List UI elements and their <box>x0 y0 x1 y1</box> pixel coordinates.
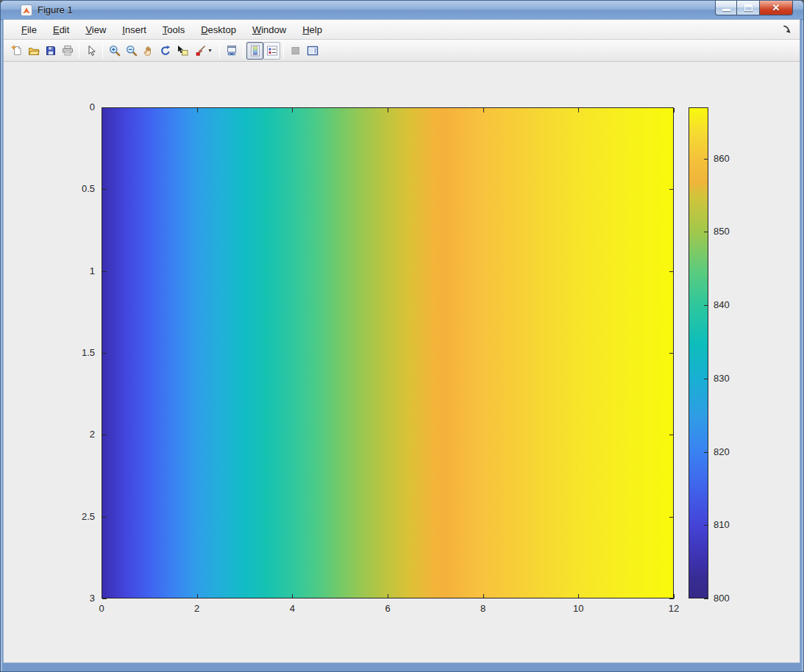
edit-plot-button[interactable] <box>82 42 99 60</box>
y-tick-label: 2 <box>60 429 95 440</box>
pan-icon <box>143 45 154 57</box>
x-tick-label: 2 <box>182 603 212 615</box>
colorbar-tickmark <box>704 232 708 232</box>
window-controls: ✕ <box>715 1 793 15</box>
x-tickmark <box>388 594 388 598</box>
close-icon: ✕ <box>772 1 780 15</box>
y-tickmark <box>669 435 674 435</box>
x-tickmark <box>674 108 675 112</box>
toolbar-separator <box>79 43 79 59</box>
dropdown-caret-icon[interactable]: ▾ <box>208 47 211 54</box>
insert-colorbar-button[interactable] <box>246 42 263 60</box>
close-button[interactable]: ✕ <box>759 1 793 15</box>
save-figure-icon <box>45 45 57 57</box>
colorbar-tickmark <box>704 379 708 379</box>
save-figure-button[interactable] <box>42 42 59 60</box>
colorbar-tick-label: 850 <box>714 226 743 237</box>
x-tick-label: 4 <box>277 603 307 615</box>
y-tickmark <box>669 517 674 518</box>
y-tickmark <box>102 517 107 518</box>
link-plot-icon <box>226 45 238 57</box>
toolbar-separator <box>219 43 220 59</box>
x-tickmark <box>388 108 388 112</box>
menu-edit[interactable]: Edit <box>47 22 75 37</box>
x-tickmark <box>102 108 102 112</box>
data-cursor-icon <box>177 45 188 57</box>
zoom-in-button[interactable] <box>106 42 123 60</box>
menu-insert[interactable]: Insert <box>116 22 152 37</box>
x-tickmark <box>197 108 198 112</box>
menu-file[interactable]: File <box>15 22 43 37</box>
insert-legend-icon <box>266 45 278 57</box>
figure-window: Figure 1 ✕ FileEditViewInsertToolsDeskto… <box>0 0 804 672</box>
open-file-icon <box>28 45 40 57</box>
maximize-icon <box>744 4 753 11</box>
new-figure-button[interactable] <box>8 42 25 60</box>
data-cursor-button[interactable] <box>174 42 191 60</box>
matlab-icon <box>21 4 32 16</box>
edit-plot-icon <box>85 45 97 57</box>
x-tick-label: 6 <box>373 603 402 615</box>
rotate-3d-button[interactable] <box>157 42 174 60</box>
plot-area[interactable] <box>102 107 674 598</box>
x-tickmark <box>197 594 198 598</box>
toolbar-separator <box>243 43 243 59</box>
y-tick-label: 1.5 <box>60 347 95 359</box>
show-plot-tools-dock-icon <box>307 45 319 57</box>
y-tick-label: 2.5 <box>60 511 95 523</box>
colorbar-tick-label: 810 <box>714 519 743 531</box>
y-tickmark <box>102 271 107 272</box>
menu-view[interactable]: View <box>79 22 112 37</box>
toolbar: ▾ <box>4 40 800 62</box>
x-tick-label: 12 <box>659 603 689 615</box>
new-figure-icon <box>11 45 23 57</box>
colorbar-tickmark <box>704 305 708 306</box>
y-tickmark <box>669 189 674 190</box>
y-tickmark <box>102 598 107 599</box>
print-figure-button[interactable] <box>59 42 76 60</box>
menu-help[interactable]: Help <box>296 22 328 37</box>
pan-button[interactable] <box>140 42 157 60</box>
x-tick-label: 0 <box>87 603 116 615</box>
toolbar-separator <box>283 43 284 59</box>
x-tickmark <box>674 594 675 598</box>
y-tick-label: 0.5 <box>60 183 95 195</box>
y-tick-label: 1 <box>60 265 95 277</box>
colorbar-tickmark <box>704 598 708 599</box>
colorbar-tick-label: 820 <box>714 446 743 458</box>
titlebar: Figure 1 ✕ <box>1 1 803 20</box>
menu-tools[interactable]: Tools <box>157 22 191 37</box>
maximize-button[interactable] <box>737 1 759 15</box>
x-tickmark <box>578 594 579 598</box>
minimize-button[interactable] <box>715 1 737 15</box>
colorbar-tick-label: 840 <box>714 299 743 311</box>
toolbar-separator <box>102 43 103 59</box>
x-tick-label: 8 <box>469 603 498 615</box>
link-plot-button[interactable] <box>223 42 240 60</box>
menu-window[interactable]: Window <box>246 22 292 37</box>
show-plot-tools-dock-button[interactable] <box>304 42 321 60</box>
zoom-out-button[interactable] <box>123 42 140 60</box>
y-tick-label: 0 <box>60 101 95 113</box>
dock-figure-icon[interactable] <box>782 24 792 35</box>
menu-desktop[interactable]: Desktop <box>195 22 242 37</box>
x-tickmark <box>483 108 484 112</box>
open-file-button[interactable] <box>25 42 42 60</box>
colorbar-tick-label: 860 <box>714 153 743 165</box>
colorbar-tick-label: 830 <box>714 373 743 385</box>
colorbar-tickmark <box>704 525 708 526</box>
y-tickmark <box>669 107 674 108</box>
y-tickmark <box>669 598 674 599</box>
y-tickmark <box>102 107 107 108</box>
colorbar-tickmark <box>704 159 708 160</box>
insert-legend-button[interactable] <box>263 42 280 60</box>
brush-data-button[interactable]: ▾ <box>191 42 216 60</box>
print-figure-icon <box>62 45 74 57</box>
y-tickmark <box>102 353 107 354</box>
colorbar-tickmark <box>704 452 708 453</box>
hide-plot-tools-icon <box>290 45 302 57</box>
insert-colorbar-icon <box>249 45 261 57</box>
x-tickmark <box>578 108 579 112</box>
figure-canvas: 02468101200.511.522.53800810820830840850… <box>4 62 800 662</box>
menubar: FileEditViewInsertToolsDesktopWindowHelp <box>4 20 800 40</box>
